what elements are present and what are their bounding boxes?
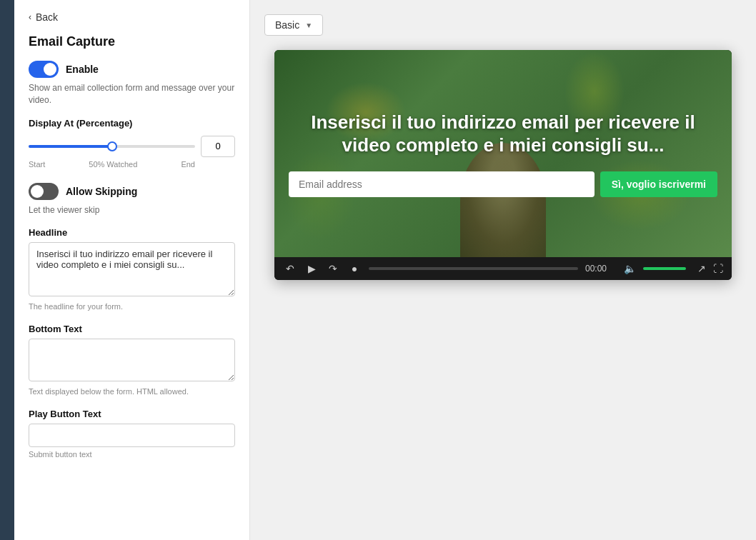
allow-skipping-knob	[31, 185, 44, 198]
allow-skipping-toggle[interactable]	[29, 183, 59, 200]
back-button[interactable]: ‹ Back	[29, 11, 235, 23]
app-sidebar	[0, 0, 14, 540]
back-label: Back	[36, 11, 58, 23]
panel-title: Email Capture	[29, 34, 235, 49]
dropdown-label: Basic	[275, 19, 299, 31]
volume-bar[interactable]	[643, 267, 686, 270]
back-arrow-icon: ‹	[29, 12, 31, 22]
allow-skipping-label: Allow Skipping	[66, 186, 137, 197]
video-player: Inserisci il tuo indirizzo email per ric…	[274, 50, 732, 280]
slider-wrapper: 0	[29, 136, 235, 157]
settings-panel: ‹ Back Email Capture Enable Show an emai…	[14, 0, 250, 540]
slider-fill	[29, 145, 112, 148]
enable-label: Enable	[66, 64, 99, 75]
bottom-text-label: Bottom Text	[29, 324, 235, 334]
circle-icon: ●	[347, 263, 362, 274]
headline-hint: The headline for your form.	[29, 302, 235, 311]
headline-field-group: Headline Inserisci il tuo indirizzo emai…	[29, 227, 235, 311]
slider-labels: Start 50% Watched End	[29, 160, 235, 169]
slider-value-box[interactable]: 0	[201, 136, 235, 157]
volume-icon[interactable]: 🔈	[624, 263, 636, 274]
video-overlay: Inserisci il tuo indirizzo email per ric…	[274, 50, 732, 257]
slider-mid-label: 50% Watched	[89, 160, 137, 169]
enable-help-text: Show an email collection form and messag…	[29, 82, 235, 106]
slider-thumb	[107, 141, 117, 151]
basic-dropdown[interactable]: Basic ▼	[264, 14, 323, 36]
play-button-text-field-group: Play Button Text Sì, voglio iscrivermi S…	[29, 409, 235, 459]
fullscreen-icon[interactable]: ⛶	[713, 263, 723, 274]
display-at-section: Display At (Percentage) 0 Start 50% Watc…	[29, 118, 235, 169]
play-button-text-input[interactable]: Sì, voglio iscrivermi	[29, 424, 235, 447]
bottom-text-hint: Text displayed below the form. HTML allo…	[29, 387, 235, 396]
toggle-knob	[44, 63, 56, 76]
email-capture-input[interactable]	[289, 171, 595, 197]
play-icon[interactable]: ▶	[304, 263, 319, 274]
play-button-text-hint: Submit button text	[29, 450, 235, 459]
share-icon[interactable]: ↗	[697, 263, 706, 274]
rewind-icon[interactable]: ↶	[283, 263, 297, 274]
enable-toggle[interactable]	[29, 61, 59, 78]
chevron-down-icon: ▼	[305, 21, 312, 29]
submit-button[interactable]: Sì, voglio iscrivermi	[600, 171, 717, 197]
allow-skipping-help-text: Let the viewer skip	[29, 204, 235, 216]
allow-skipping-toggle-row: Allow Skipping	[29, 183, 235, 200]
slider-track[interactable]	[29, 145, 195, 148]
form-headline: Inserisci il tuo indirizzo email per ric…	[289, 111, 717, 157]
main-content: Basic ▼ Inserisci il tuo indirizzo email…	[250, 0, 756, 540]
email-capture-overlay: Inserisci il tuo indirizzo email per ric…	[274, 96, 732, 211]
bottom-text-textarea[interactable]	[29, 339, 235, 381]
slider-start-label: Start	[29, 160, 45, 169]
toolbar: Basic ▼	[264, 14, 742, 36]
fast-forward-icon[interactable]: ↷	[326, 263, 340, 274]
progress-bar[interactable]	[369, 267, 578, 270]
video-controls-bar: ↶ ▶ ↷ ● 00:00 🔈 ↗ ⛶	[274, 257, 732, 280]
bottom-text-field-group: Bottom Text Text displayed below the for…	[29, 324, 235, 396]
play-button-text-label: Play Button Text	[29, 409, 235, 419]
headline-label: Headline	[29, 227, 235, 238]
headline-textarea[interactable]: Inserisci il tuo indirizzo email per ric…	[29, 242, 235, 296]
form-input-row: Sì, voglio iscrivermi	[289, 171, 717, 197]
enable-toggle-row: Enable	[29, 61, 235, 78]
time-display: 00:00	[585, 264, 617, 274]
slider-end-label: End	[181, 160, 195, 169]
display-at-label: Display At (Percentage)	[29, 118, 235, 129]
